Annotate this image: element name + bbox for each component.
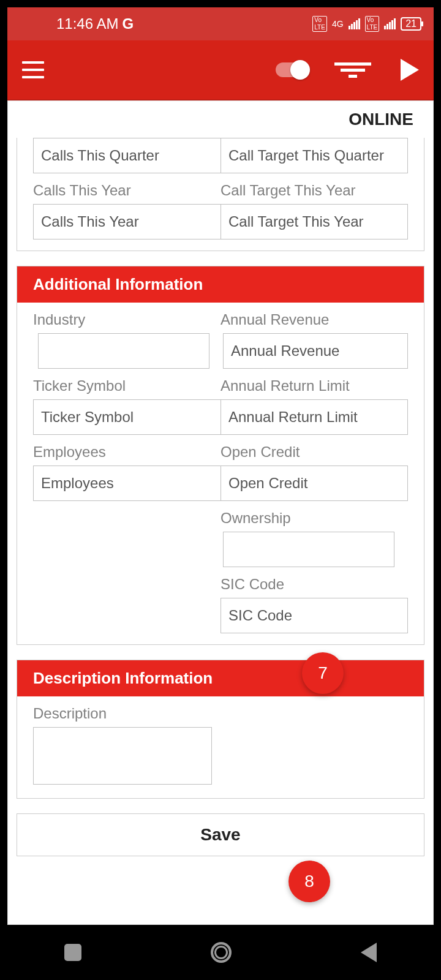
- network-type: 4G: [332, 19, 344, 29]
- opencredit-label: Open Credit: [221, 435, 408, 466]
- online-toggle[interactable]: [276, 62, 307, 77]
- volte-icon-2: VoLTE: [365, 16, 380, 32]
- nav-home-icon[interactable]: [211, 942, 232, 963]
- ownership-input[interactable]: [223, 532, 394, 567]
- industry-input[interactable]: [38, 333, 209, 369]
- volte-icon: VoLTE: [312, 16, 327, 32]
- ticker-label: Ticker Symbol: [33, 369, 221, 399]
- industry-label: Industry: [33, 303, 221, 333]
- call-target-quarter-input[interactable]: [221, 138, 408, 173]
- revenue-input[interactable]: [223, 333, 408, 369]
- sic-label: SIC Code: [221, 567, 408, 598]
- returnlimit-label: Annual Return Limit: [221, 369, 408, 399]
- status-bar: 11:46 AM G VoLTE 4G VoLTE 21: [7, 7, 434, 40]
- ownership-label: Ownership: [221, 501, 408, 532]
- ticker-input[interactable]: [33, 399, 221, 435]
- status-time: 11:46 AM: [56, 15, 118, 32]
- additional-info-header: Additional Information: [17, 266, 424, 303]
- revenue-label: Annual Revenue: [221, 303, 408, 333]
- save-button[interactable]: Save: [17, 813, 424, 856]
- signal-icon-2: [384, 18, 396, 29]
- description-textarea[interactable]: [33, 727, 212, 785]
- description-label: Description: [33, 696, 408, 727]
- menu-icon[interactable]: [22, 61, 44, 78]
- opencredit-input[interactable]: [221, 466, 408, 501]
- calls-year-label: Calls This Year: [33, 173, 221, 204]
- system-nav-bar: [0, 925, 441, 980]
- fab-7[interactable]: 7: [302, 652, 344, 694]
- returnlimit-input[interactable]: [221, 399, 408, 435]
- content-area: ONLINE Calls This Year Call Target This …: [7, 100, 434, 925]
- call-target-year-input[interactable]: [221, 204, 408, 239]
- filter-icon[interactable]: [334, 62, 371, 78]
- battery-icon: 21: [401, 17, 421, 31]
- calls-year-input[interactable]: [33, 204, 221, 239]
- play-icon[interactable]: [401, 59, 419, 81]
- app-bar: [7, 40, 434, 100]
- employees-label: Employees: [33, 435, 221, 466]
- sic-input[interactable]: [221, 598, 408, 633]
- calls-quarter-input[interactable]: [33, 138, 221, 173]
- google-icon: G: [122, 15, 134, 32]
- nav-back-icon[interactable]: [361, 943, 377, 962]
- fab-8[interactable]: 8: [288, 861, 330, 902]
- nav-recent-icon[interactable]: [64, 944, 81, 961]
- call-target-year-label: Call Target This Year: [221, 173, 408, 204]
- description-info-header: Description Information: [17, 660, 424, 696]
- employees-input[interactable]: [33, 466, 221, 501]
- connection-status: ONLINE: [8, 101, 433, 140]
- signal-icon: [349, 18, 360, 29]
